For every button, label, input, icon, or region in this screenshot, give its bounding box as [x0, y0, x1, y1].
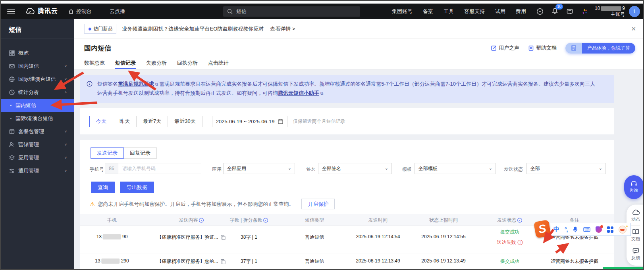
workorder-icon[interactable]: [536, 8, 544, 15]
sidebar-subitem-domestic-sms-stats[interactable]: 国内短信: [1, 99, 74, 112]
tab-sms-records[interactable]: 短信记录: [115, 57, 136, 69]
tab-data-overview[interactable]: 数据总览: [84, 57, 105, 69]
page-header: 国内短信 用户之声 帮助文档 产品体验，你说了算: [74, 39, 643, 57]
status-delivery-failed-badge: 送达失败!: [497, 239, 523, 246]
divider: [631, 225, 640, 226]
signature-spec-link[interactable]: 需满足规范要求: [118, 81, 154, 87]
user-voice-link[interactable]: 用户之声: [491, 44, 519, 52]
preset-today[interactable]: 今天: [89, 116, 113, 127]
copy-icon[interactable]: [221, 259, 226, 264]
sidebar-item-statistics[interactable]: 统计分析 ∧: [1, 86, 74, 99]
product-experience-button[interactable]: 产品体验，你说了算: [565, 43, 635, 54]
phone-number-input[interactable]: [118, 166, 201, 171]
cell-report-time: 2025-06-19 12:14:55: [421, 234, 465, 239]
chinese-mode-icon[interactable]: 中: [553, 226, 559, 233]
feedback-button[interactable]: 反馈: [631, 248, 640, 261]
signature-label: 签名: [306, 166, 316, 173]
apps-colorful-icon[interactable]: [581, 8, 588, 15]
menu-icp[interactable]: 备案: [423, 8, 433, 15]
account-role: 主账号: [595, 11, 625, 17]
col-send-time: 发送时间: [368, 214, 388, 226]
emoji-icon[interactable]: [619, 226, 627, 234]
cloud-logo-icon: [25, 8, 35, 15]
headset-icon: [631, 181, 637, 187]
close-icon[interactable]: ✕: [631, 25, 636, 33]
ime-apps-grid-icon[interactable]: [607, 226, 613, 233]
info-icon[interactable]: [517, 218, 523, 223]
taskbar-corner: [603, 267, 643, 270]
retention-hint: 仅保留近两个月短信记录: [293, 118, 345, 125]
copy-icon[interactable]: [221, 235, 226, 240]
phone-number-field[interactable]: [118, 163, 201, 174]
keyboard-icon[interactable]: [583, 227, 590, 232]
account-info[interactable]: 109 主账号: [595, 6, 625, 17]
template-select[interactable]: 全部模板∨: [415, 163, 496, 174]
info-icon[interactable]: [263, 218, 268, 223]
send-status-select[interactable]: 全部∨: [526, 163, 606, 174]
export-button[interactable]: 导出数据: [120, 182, 154, 193]
experience-doc-icon: [565, 43, 582, 54]
vod-product-link[interactable]: 云点播: [110, 8, 125, 15]
sidebar-item-general-mgmt[interactable]: 通用管理 ∨: [1, 164, 74, 177]
date-range-picker[interactable]: 2025-06-19 ~ 2025-06-19: [212, 116, 287, 127]
drop-icon: ◆: [88, 26, 91, 31]
preset-last7days[interactable]: 最近7天: [136, 116, 168, 127]
cell-content: 【痛康精准医疗服务】验证...: [157, 234, 226, 241]
promo-details-link[interactable]: 查看详情 >: [270, 25, 295, 33]
overview-grid-icon: [9, 50, 15, 56]
cell-content: 【痛康精准医疗服务】您的...: [157, 258, 226, 265]
promo-notice-bar: ◆ 热门新品 业务频遭盗刷困扰？边缘安全加速平台EO防盗刷教程教你应对 查看详情…: [74, 19, 643, 39]
tab-click-stats[interactable]: 点击统计: [208, 57, 229, 69]
sidebar-item-marketing-mgmt[interactable]: 营销管理 ∨: [1, 138, 74, 151]
hamburger-menu-icon[interactable]: [7, 9, 15, 14]
app-select[interactable]: 全部应用∨: [223, 163, 295, 174]
ime-skin-icon[interactable]: [596, 226, 602, 233]
sidebar-item-domestic-sms[interactable]: 国内短信 ∨: [1, 59, 74, 73]
status-submitted-badge: 提交成功: [500, 258, 519, 265]
menu-group-account[interactable]: 集团账号: [392, 8, 413, 15]
table-row[interactable]: 13290 【痛康精准医疗服务】您的... 37字 | 1 普通短信 2025-…: [80, 253, 614, 270]
menu-support[interactable]: 客服支持: [464, 8, 485, 15]
bullet-dot: [10, 118, 12, 119]
tencent-cloud-logo[interactable]: 腾讯云: [25, 7, 58, 15]
topbar-menu: 集团账号 备案 工具 客服支持 试用 费用: [392, 8, 526, 15]
billing-doc-icon[interactable]: [566, 8, 573, 15]
error-info-icon[interactable]: !: [518, 240, 523, 245]
consult-button[interactable]: 咨询: [624, 175, 644, 199]
help-docs-link[interactable]: 帮助文档: [528, 44, 557, 52]
sidebar-item-package-mgmt[interactable]: 套餐包管理 ∨: [1, 125, 74, 138]
global-search-input[interactable]: 短信: [223, 6, 360, 17]
menu-billing[interactable]: 费用: [516, 8, 526, 15]
divider: [631, 245, 640, 245]
enable-protection-button[interactable]: 开启保护: [301, 199, 335, 209]
sidebar-item-intl-sms[interactable]: 国际/港澳台短信 ∨: [1, 73, 74, 86]
encryption-warning: ⚠ 您尚未开启手机号码加密保护。开启后，手机号将加密展示，但不影响您的正常查询。…: [90, 199, 335, 209]
sogou-ime-logo[interactable]: S: [534, 220, 551, 238]
menu-trial[interactable]: 试用: [495, 8, 505, 15]
docs-button[interactable]: 文档: [631, 229, 640, 242]
sms-assistant-link[interactable]: 腾讯云短信小助手: [278, 90, 319, 96]
tab-send-records[interactable]: 发送记录: [91, 147, 124, 159]
news-button[interactable]: 动态: [631, 209, 640, 222]
query-button[interactable]: 查询: [91, 182, 115, 193]
tab-receipt-analysis[interactable]: 回执分析: [177, 57, 198, 69]
tab-failure-analysis[interactable]: 失败分析: [146, 57, 167, 69]
sidebar-subitem-intl-sms-stats[interactable]: 国际/港澳台短信: [1, 112, 74, 125]
notifications-button[interactable]: 10: [551, 7, 558, 15]
table-row[interactable]: 1390 【痛康精准医疗服务】验证... 38字 | 1 普通短信 2025-0…: [80, 226, 614, 253]
menu-tools[interactable]: 工具: [443, 8, 454, 15]
sidebar-item-app-mgmt[interactable]: 应用管理 ∨: [1, 151, 74, 164]
console-link[interactable]: 控制台: [68, 8, 92, 15]
phone-label: 手机号: [90, 166, 104, 173]
tab-reply-records[interactable]: 回复记录: [123, 147, 157, 159]
info-icon[interactable]: [199, 218, 204, 223]
punctuation-icon[interactable]: °,: [565, 226, 568, 233]
ime-toolbar[interactable]: 中 °,: [549, 223, 631, 236]
avatar[interactable]: 1: [629, 6, 640, 17]
sidebar-item-overview[interactable]: 概览: [1, 46, 74, 59]
preset-last30days[interactable]: 最近30天: [168, 116, 202, 127]
signature-select[interactable]: 全部签名∨: [318, 163, 392, 174]
nav-divider: [99, 9, 99, 14]
mic-icon[interactable]: [573, 226, 578, 233]
preset-yesterday[interactable]: 昨天: [113, 116, 137, 127]
